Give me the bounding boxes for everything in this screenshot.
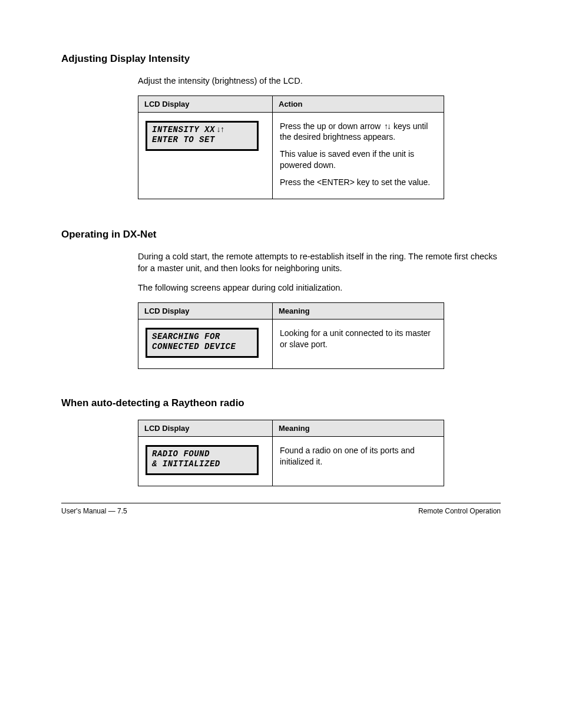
cell-action: Press the up or down arrow ↑↓ keys until… xyxy=(273,112,444,199)
page: Adjusting Display Intensity Adjust the i… xyxy=(0,0,562,551)
table-row: LCD Display Action xyxy=(138,95,444,112)
page-footer: User's Manual — 7.5 Remote Control Opera… xyxy=(61,507,501,515)
action-text: Press the up or down arrow xyxy=(280,121,383,131)
col-header-action: Action xyxy=(273,95,444,112)
radio-found-table: LCD Display Meaning RADIO FOUND & INITIA… xyxy=(138,420,444,486)
cell-display: SEARCHING FOR CONNECTED DEVICE xyxy=(138,319,273,368)
action-text: This value is saved even if the unit is … xyxy=(280,149,414,170)
lcd-line1-pre: INTENSITY XX xyxy=(152,125,215,134)
lcd-line1: RADIO FOUND xyxy=(152,449,210,459)
table-row: SEARCHING FOR CONNECTED DEVICE Looking f… xyxy=(138,319,444,368)
lcd-line1: SEARCHING FOR xyxy=(152,332,220,341)
table-row: LCD Display Meaning xyxy=(138,302,444,319)
section-title-dxnet: Operating in DX-Net xyxy=(61,229,501,241)
section-title-intensity: Adjusting Display Intensity xyxy=(61,53,501,65)
lcd-screen: RADIO FOUND & INITIALIZED xyxy=(146,445,259,475)
table-row: RADIO FOUND & INITIALIZED Found a radio … xyxy=(138,436,444,486)
up-down-arrows-icon: ↑↓ xyxy=(383,121,391,132)
footer-divider xyxy=(61,503,501,503)
cell-display: RADIO FOUND & INITIALIZED xyxy=(138,436,273,486)
lcd-line2: ENTER TO SET xyxy=(152,135,215,144)
searching-table: LCD Display Meaning SEARCHING FOR CONNEC… xyxy=(138,302,444,369)
lcd-screen: SEARCHING FOR CONNECTED DEVICE xyxy=(146,328,259,358)
down-up-arrows-icon: ↓↑ xyxy=(215,125,225,136)
lead-text: Adjust the intensity (brightness) of the… xyxy=(138,75,501,87)
lcd-line2: CONNECTED DEVICE xyxy=(152,342,236,351)
section-body: During a cold start, the remote attempts… xyxy=(61,251,501,294)
enter-key-label: <ENTER> xyxy=(317,177,355,187)
footer-right: Remote Control Operation xyxy=(418,507,501,515)
col-header-display: LCD Display xyxy=(138,95,273,112)
paragraph: The following screens appear during cold… xyxy=(138,282,501,294)
lcd-screen: INTENSITY XX↓↑ ENTER TO SET xyxy=(146,121,259,151)
col-header-meaning: Meaning xyxy=(273,302,444,319)
meaning-text: Found a radio on one of its ports and in… xyxy=(280,446,415,466)
table-row: INTENSITY XX↓↑ ENTER TO SET Press the up… xyxy=(138,112,444,199)
footer-left: User's Manual — 7.5 xyxy=(61,507,127,515)
action-text: key to set the value. xyxy=(355,177,430,187)
table-row: LCD Display Meaning xyxy=(138,420,444,436)
cell-display: INTENSITY XX↓↑ ENTER TO SET xyxy=(138,112,273,199)
lcd-line2: & INITIALIZED xyxy=(152,459,220,469)
action-text: Press the xyxy=(280,177,317,187)
meaning-text: Looking for a unit connected to its mast… xyxy=(280,328,431,349)
cell-meaning: Looking for a unit connected to its mast… xyxy=(273,319,444,368)
col-header-display: LCD Display xyxy=(138,302,273,319)
col-header-meaning: Meaning xyxy=(273,420,444,436)
cell-meaning: Found a radio on one of its ports and in… xyxy=(273,436,444,486)
col-header-display: LCD Display xyxy=(138,420,273,436)
paragraph: During a cold start, the remote attempts… xyxy=(138,251,501,274)
section-title-raytheon: When auto-detecting a Raytheon radio xyxy=(61,397,501,409)
intensity-table: LCD Display Action INTENSITY XX↓↑ ENTER … xyxy=(138,95,444,199)
